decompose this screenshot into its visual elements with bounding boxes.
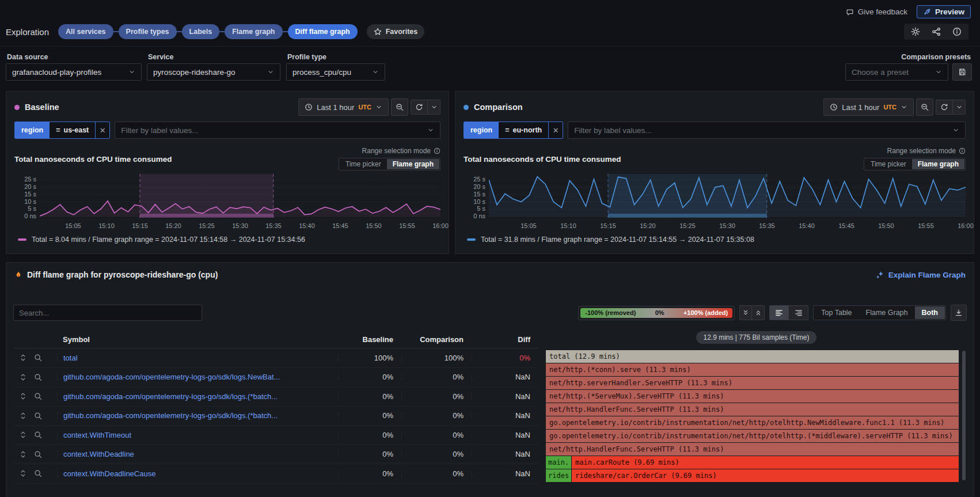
favorites-button[interactable]: Favorites (367, 24, 425, 39)
flame-bar[interactable]: rides rideshare/car.OrderCar (9.69 mins) (546, 469, 959, 482)
symbol-link[interactable]: github.com/agoda-com/opentelemetry-logs-… (63, 392, 278, 401)
comparison-time-picker[interactable]: Last 1 hour UTC (823, 98, 914, 116)
row-search-icon[interactable] (34, 431, 42, 439)
diff-panel-title: Diff flame graph for pyroscope-rideshare… (14, 270, 218, 279)
comparison-filter-input[interactable]: Filter by label values... (568, 122, 966, 139)
comparison-timeseries-chart[interactable]: 25 s20 s15 s10 s5 s0 ns 15:0515:1015:151… (464, 173, 966, 230)
nav-pill-labels[interactable]: Labels (182, 24, 220, 39)
flame-bar[interactable]: net/http.HandlerFunc.ServeHTTP (11.3 min… (546, 403, 959, 416)
flame-search-input[interactable] (13, 305, 202, 321)
row-search-icon[interactable] (34, 450, 42, 458)
preset-select[interactable]: Choose a preset (845, 63, 948, 81)
remove-filter-icon[interactable]: ✕ (548, 122, 563, 138)
give-feedback-button[interactable]: Give feedback (846, 7, 907, 16)
share-icon[interactable] (932, 27, 941, 36)
row-search-icon[interactable] (34, 469, 42, 477)
flame-bar[interactable]: total (12.9 mins) (546, 350, 959, 363)
symbol-link[interactable]: context.WithTimeout (63, 431, 131, 439)
datasource-select[interactable]: grafanacloud-play-profiles (6, 63, 142, 81)
datasource-value: grafanacloud-play-profiles (12, 68, 101, 77)
col-comparison[interactable]: Comparison (401, 335, 472, 344)
page-title: Exploration (6, 27, 49, 37)
row-sandwich-icon[interactable] (19, 392, 27, 400)
row-search-icon[interactable] (34, 412, 42, 420)
baseline-refresh-interval-button[interactable] (428, 100, 440, 115)
collapse-all-button[interactable] (739, 305, 752, 320)
comparison-mode-flame-graph[interactable]: Flame graph (912, 159, 964, 169)
row-sandwich-icon[interactable] (19, 354, 27, 362)
x-axis-tick: 15:45 (332, 222, 348, 229)
row-sandwich-icon[interactable] (19, 469, 27, 477)
row-sandwich-icon[interactable] (19, 412, 27, 420)
filter-key[interactable]: region (464, 122, 499, 138)
expand-all-button[interactable] (752, 305, 765, 320)
flame-scrollbar[interactable] (962, 351, 966, 480)
comparison-refresh-button[interactable] (936, 100, 953, 115)
row-sandwich-icon[interactable] (19, 373, 27, 381)
export-button[interactable] (951, 305, 967, 321)
comparison-timezone: UTC (883, 104, 897, 111)
profile-type-select[interactable]: process_cpu/cpu (286, 63, 385, 81)
comparison-mode-time-picker[interactable]: Time picker (865, 159, 912, 169)
comparison-value: 0% (401, 373, 472, 381)
symbol-link[interactable]: context.WithDeadlineCause (63, 469, 155, 478)
comparison-refresh-interval-button[interactable] (953, 100, 966, 115)
baseline-value: 0% (338, 431, 401, 439)
row-search-icon[interactable] (34, 392, 42, 400)
baseline-mode-flame-graph[interactable]: Flame graph (387, 159, 439, 169)
flame-graph: 12.9 mins | 775 Bil samples (Time) total… (538, 331, 967, 484)
nav-pill-diff-flame-graph[interactable]: Diff flame graph (288, 24, 358, 39)
row-sandwich-icon[interactable] (19, 431, 27, 439)
symbol-link[interactable]: github.com/agoda-com/opentelemetry-logs-… (63, 373, 280, 381)
flame-bar[interactable]: net/http.HandlerFunc.ServeHTTP (11.3 min… (546, 443, 959, 456)
baseline-zoom-out-button[interactable] (391, 98, 408, 116)
row-search-icon[interactable] (34, 373, 42, 381)
flame-bar-segment[interactable]: main. (546, 456, 571, 469)
x-axis-tick: 15:05 (521, 222, 537, 229)
flame-bar[interactable]: net/http.(*conn).serve (11.3 mins) (546, 363, 959, 376)
baseline-total-text: Total = 8.04 mins / Flame graph range = … (32, 236, 305, 244)
view-tab-flame-graph[interactable]: Flame Graph (859, 306, 915, 319)
comment-icon (846, 8, 854, 16)
col-baseline[interactable]: Baseline (338, 335, 401, 344)
symbol-link[interactable]: context.WithDeadline (63, 450, 134, 458)
filter-operator: = (505, 126, 509, 134)
baseline-filter-input[interactable]: Filter by label values... (115, 122, 440, 139)
explain-flame-graph-button[interactable]: Explain Flame Graph (876, 271, 966, 279)
symbol-link[interactable]: github.com/agoda-com/opentelemetry-logs-… (63, 411, 278, 420)
settings-icon[interactable] (911, 27, 920, 36)
flame-bar[interactable]: go.opentelemetry.io/contrib/instrumentat… (546, 416, 959, 429)
flame-bar[interactable]: net/http.(*ServeMux).ServeHTTP (11.3 min… (546, 390, 959, 403)
baseline-refresh-button[interactable] (411, 100, 428, 115)
save-preset-button[interactable] (952, 63, 972, 81)
baseline-timeseries-chart[interactable]: 25 s20 s15 s10 s5 s0 ns 15:0515:1015:151… (14, 173, 440, 230)
nav-pill-flame-graph[interactable]: Flame graph (225, 24, 282, 39)
flame-bar-segment[interactable]: rides (546, 469, 571, 482)
nav-pill-all-services[interactable]: All services (58, 24, 113, 39)
symbol-link[interactable]: total (63, 354, 78, 362)
x-axis-tick: 15:15 (132, 222, 148, 229)
baseline-time-picker[interactable]: Last 1 hour UTC (298, 98, 389, 116)
text-align-left-button[interactable] (769, 305, 789, 320)
flame-bar[interactable]: main. main.carRoute (9.69 mins) (546, 456, 959, 469)
view-tab-both[interactable]: Both (915, 306, 945, 319)
flame-bar[interactable]: go.opentelemetry.io/contrib/instrumentat… (546, 430, 959, 442)
remove-filter-icon[interactable]: ✕ (95, 122, 109, 138)
x-axis-tick: 15:30 (719, 222, 735, 229)
nav-pill-profile-types[interactable]: Profile types (119, 24, 177, 39)
filter-key[interactable]: region (15, 122, 50, 138)
preview-badge[interactable]: Preview (917, 5, 971, 18)
flame-bar[interactable]: net/http.serverHandler.ServeHTTP (11.3 m… (546, 377, 959, 389)
comparison-zoom-out-button[interactable] (916, 98, 933, 116)
row-search-icon[interactable] (34, 354, 42, 362)
service-select[interactable]: pyroscope-rideshare-go (147, 63, 280, 81)
col-symbol[interactable]: Symbol (57, 335, 338, 344)
baseline-mode-time-picker[interactable]: Time picker (340, 159, 387, 169)
pill-connector (113, 31, 119, 32)
row-sandwich-icon[interactable] (19, 450, 27, 458)
info-icon[interactable] (952, 27, 962, 36)
col-diff[interactable]: Diff (472, 335, 538, 344)
text-align-right-button[interactable] (789, 305, 808, 320)
view-tab-top-table[interactable]: Top Table (814, 306, 859, 319)
table-row: github.com/agoda-com/opentelemetry-logs-… (13, 387, 538, 407)
